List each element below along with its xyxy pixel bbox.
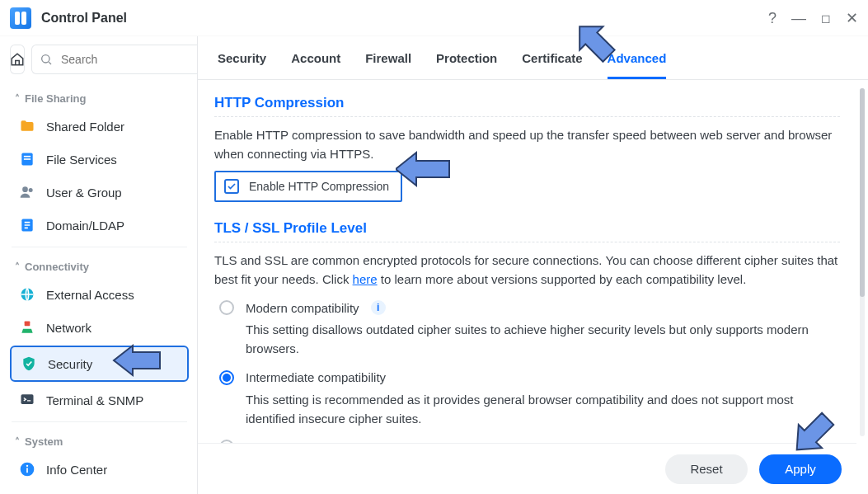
footer-bar: Reset Apply: [198, 443, 856, 494]
apply-button[interactable]: Apply: [759, 454, 842, 484]
sidebar-item-label: Terminal & SNMP: [46, 393, 143, 407]
terminal-icon: [18, 392, 36, 408]
sidebar-item-label: Shared Folder: [46, 120, 124, 134]
sidebar-item-shared-folder[interactable]: Shared Folder: [10, 110, 189, 143]
svg-point-0: [42, 55, 49, 63]
titlebar: Control Panel ? — ◻ ✕: [0, 0, 868, 36]
network-icon: [18, 319, 36, 336]
svg-point-12: [26, 465, 28, 467]
group-label: Connectivity: [25, 261, 89, 273]
info-icon: [18, 461, 36, 478]
sidebar-item-external-access[interactable]: External Access: [10, 278, 189, 311]
folder-icon: [18, 118, 36, 134]
scrollbar-thumb[interactable]: [860, 88, 865, 297]
help-icon[interactable]: ?: [768, 11, 777, 26]
sidebar-item-user-group[interactable]: User & Group: [10, 176, 189, 209]
tab-certificate[interactable]: Certificate: [522, 51, 582, 79]
tls-desc: TLS and SSL are common encrypted protoco…: [214, 251, 840, 289]
svg-rect-11: [26, 468, 28, 473]
sidebar-item-label: File Services: [46, 153, 117, 167]
group-connectivity[interactable]: ˄ Connectivity: [10, 252, 189, 278]
sidebar-item-label: User & Group: [46, 186, 122, 200]
sidebar-item-label: External Access: [46, 288, 134, 302]
sidebar-item-info-center[interactable]: Info Center: [10, 453, 189, 486]
app-icon: [10, 7, 31, 29]
svg-rect-2: [24, 156, 30, 158]
scrollbar[interactable]: [860, 88, 865, 436]
minimize-icon[interactable]: —: [791, 11, 806, 26]
sidebar: ˄ File Sharing Shared Folder File Servic…: [0, 36, 198, 494]
domain-ldap-icon: [18, 217, 36, 233]
chevron-up-icon: ˄: [15, 261, 20, 273]
sidebar-item-security[interactable]: Security: [10, 346, 189, 382]
radio-label: Modern compatibility: [246, 301, 359, 315]
tab-security[interactable]: Security: [218, 51, 266, 79]
checkbox-icon: [224, 179, 239, 194]
radio-label: Intermediate compatibility: [246, 370, 386, 384]
content-area: HTTP Compression Enable HTTP compression…: [198, 80, 856, 494]
sidebar-item-terminal-snmp[interactable]: Terminal & SNMP: [10, 383, 189, 416]
sidebar-item-domain-ldap[interactable]: Domain/LDAP: [10, 209, 189, 242]
svg-point-5: [29, 188, 33, 192]
svg-rect-3: [24, 158, 30, 160]
chevron-up-icon: ˄: [15, 93, 20, 105]
sidebar-item-network[interactable]: Network: [10, 311, 189, 344]
sidebar-item-label: Security: [48, 357, 92, 371]
sidebar-item-label: Info Center: [46, 463, 107, 477]
tab-account[interactable]: Account: [291, 51, 340, 79]
radio-intermediate-compatibility[interactable]: Intermediate compatibility: [219, 370, 840, 385]
intermediate-desc: This setting is recommended as it provid…: [246, 390, 840, 429]
shield-icon: [20, 355, 38, 372]
http-compression-desc: Enable HTTP compression to save bandwidt…: [214, 125, 840, 164]
radio-icon: [219, 370, 234, 385]
section-title-http-compression: HTTP Compression: [214, 95, 840, 111]
group-file-sharing[interactable]: ˄ File Sharing: [10, 84, 189, 110]
close-icon[interactable]: ✕: [846, 11, 858, 26]
radio-icon: [219, 300, 234, 315]
globe-icon: [18, 286, 36, 303]
section-title-tls: TLS / SSL Profile Level: [214, 220, 840, 237]
checkbox-label: Enable HTTP Compression: [249, 180, 389, 193]
window-title: Control Panel: [41, 11, 127, 26]
reset-button[interactable]: Reset: [665, 454, 748, 484]
tab-bar: Security Account Firewall Protection Cer…: [198, 36, 868, 80]
group-label: File Sharing: [25, 92, 86, 105]
tab-firewall[interactable]: Firewall: [365, 51, 411, 79]
maximize-icon[interactable]: ◻: [821, 12, 831, 24]
svg-rect-9: [21, 394, 34, 404]
svg-rect-8: [25, 322, 30, 327]
sidebar-item-file-services[interactable]: File Services: [10, 143, 189, 176]
home-icon: [10, 52, 25, 67]
info-icon[interactable]: i: [371, 300, 386, 315]
search-field[interactable]: [31, 45, 198, 74]
sidebar-item-label: Domain/LDAP: [46, 219, 124, 233]
search-icon: [40, 53, 53, 66]
tab-advanced[interactable]: Advanced: [608, 51, 667, 79]
enable-http-compression-checkbox[interactable]: Enable HTTP Compression: [214, 171, 402, 202]
group-label: System: [25, 435, 63, 448]
radio-modern-compatibility[interactable]: Modern compatibility i: [219, 300, 840, 315]
sidebar-item-label: Network: [46, 321, 91, 335]
svg-point-4: [22, 186, 28, 192]
modern-desc: This setting disallows outdated cipher s…: [246, 320, 840, 359]
home-button[interactable]: [10, 45, 25, 74]
group-system[interactable]: ˄ System: [10, 427, 189, 453]
user-group-icon: [18, 184, 36, 200]
tab-protection[interactable]: Protection: [436, 51, 497, 79]
tls-learn-more-link[interactable]: here: [353, 272, 378, 286]
main-panel: Security Account Firewall Protection Cer…: [198, 36, 868, 494]
search-input[interactable]: [59, 52, 198, 67]
file-services-icon: [18, 151, 36, 167]
chevron-up-icon: ˄: [15, 436, 20, 448]
